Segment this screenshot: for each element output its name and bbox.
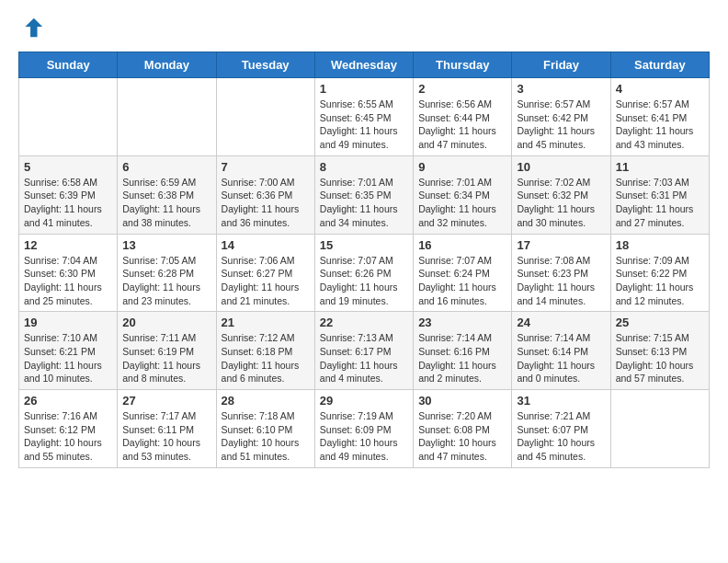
day-number: 6 (122, 160, 210, 174)
week-row-3: 12Sunrise: 7:04 AM Sunset: 6:30 PM Dayli… (19, 234, 710, 312)
weekday-header-thursday: Thursday (414, 52, 512, 78)
day-number: 5 (24, 160, 112, 174)
calendar-cell: 2Sunrise: 6:56 AM Sunset: 6:44 PM Daylig… (414, 78, 512, 156)
day-number: 26 (24, 394, 112, 408)
calendar-cell: 8Sunrise: 7:01 AM Sunset: 6:35 PM Daylig… (314, 155, 413, 234)
day-number: 20 (122, 316, 210, 329)
calendar-cell: 19Sunrise: 7:10 AM Sunset: 6:21 PM Dayli… (19, 312, 118, 390)
logo (18, 15, 46, 40)
logo-icon (18, 15, 44, 40)
calendar-cell (610, 390, 709, 468)
day-info: Sunrise: 7:13 AM Sunset: 6:17 PM Dayligh… (320, 331, 408, 385)
calendar-cell: 21Sunrise: 7:12 AM Sunset: 6:18 PM Dayli… (216, 312, 314, 390)
calendar-cell: 10Sunrise: 7:02 AM Sunset: 6:32 PM Dayli… (512, 155, 610, 234)
calendar-cell: 30Sunrise: 7:20 AM Sunset: 6:08 PM Dayli… (414, 390, 512, 468)
svg-marker-0 (25, 18, 42, 38)
day-info: Sunrise: 7:04 AM Sunset: 6:30 PM Dayligh… (24, 254, 112, 308)
day-number: 1 (320, 82, 408, 96)
day-number: 13 (122, 238, 210, 252)
header (18, 15, 710, 40)
day-number: 12 (24, 238, 112, 252)
day-number: 24 (517, 316, 605, 329)
calendar-cell: 3Sunrise: 6:57 AM Sunset: 6:42 PM Daylig… (512, 78, 610, 156)
day-number: 23 (418, 316, 506, 329)
day-info: Sunrise: 6:58 AM Sunset: 6:39 PM Dayligh… (24, 176, 112, 230)
day-number: 17 (517, 238, 605, 252)
day-info: Sunrise: 7:21 AM Sunset: 6:07 PM Dayligh… (517, 409, 605, 464)
calendar-cell: 1Sunrise: 6:55 AM Sunset: 6:45 PM Daylig… (314, 78, 413, 156)
calendar-cell: 7Sunrise: 7:00 AM Sunset: 6:36 PM Daylig… (216, 155, 314, 234)
calendar-cell: 6Sunrise: 6:59 AM Sunset: 6:38 PM Daylig… (118, 155, 216, 234)
calendar-cell: 18Sunrise: 7:09 AM Sunset: 6:22 PM Dayli… (610, 234, 709, 312)
day-info: Sunrise: 7:05 AM Sunset: 6:28 PM Dayligh… (122, 254, 210, 308)
day-info: Sunrise: 7:20 AM Sunset: 6:08 PM Dayligh… (418, 409, 506, 464)
weekday-header-sunday: Sunday (19, 52, 118, 78)
day-number: 4 (616, 82, 704, 96)
day-number: 22 (320, 316, 408, 329)
week-row-2: 5Sunrise: 6:58 AM Sunset: 6:39 PM Daylig… (19, 155, 710, 234)
day-info: Sunrise: 7:18 AM Sunset: 6:10 PM Dayligh… (222, 409, 310, 464)
calendar-cell: 27Sunrise: 7:17 AM Sunset: 6:11 PM Dayli… (118, 390, 216, 468)
day-info: Sunrise: 7:01 AM Sunset: 6:35 PM Dayligh… (320, 176, 408, 230)
day-info: Sunrise: 7:11 AM Sunset: 6:19 PM Dayligh… (122, 331, 210, 385)
calendar-cell: 29Sunrise: 7:19 AM Sunset: 6:09 PM Dayli… (314, 390, 413, 468)
calendar-cell: 12Sunrise: 7:04 AM Sunset: 6:30 PM Dayli… (19, 234, 118, 312)
day-info: Sunrise: 7:07 AM Sunset: 6:24 PM Dayligh… (418, 254, 506, 308)
weekday-header-row: SundayMondayTuesdayWednesdayThursdayFrid… (19, 52, 710, 78)
calendar-cell (19, 78, 118, 156)
calendar-cell: 13Sunrise: 7:05 AM Sunset: 6:28 PM Dayli… (118, 234, 216, 312)
day-info: Sunrise: 7:02 AM Sunset: 6:32 PM Dayligh… (517, 176, 605, 230)
calendar-cell: 25Sunrise: 7:15 AM Sunset: 6:13 PM Dayli… (610, 312, 709, 390)
week-row-1: 1Sunrise: 6:55 AM Sunset: 6:45 PM Daylig… (19, 78, 710, 156)
day-info: Sunrise: 7:15 AM Sunset: 6:13 PM Dayligh… (616, 331, 704, 385)
day-info: Sunrise: 7:17 AM Sunset: 6:11 PM Dayligh… (122, 409, 210, 464)
calendar-cell: 11Sunrise: 7:03 AM Sunset: 6:31 PM Dayli… (610, 155, 709, 234)
day-number: 8 (320, 160, 408, 174)
day-info: Sunrise: 7:00 AM Sunset: 6:36 PM Dayligh… (222, 176, 310, 230)
weekday-header-saturday: Saturday (610, 52, 709, 78)
calendar-cell: 31Sunrise: 7:21 AM Sunset: 6:07 PM Dayli… (512, 390, 610, 468)
calendar-cell: 17Sunrise: 7:08 AM Sunset: 6:23 PM Dayli… (512, 234, 610, 312)
day-number: 29 (320, 394, 408, 408)
day-info: Sunrise: 7:06 AM Sunset: 6:27 PM Dayligh… (222, 254, 310, 308)
day-number: 9 (418, 160, 506, 174)
day-info: Sunrise: 7:12 AM Sunset: 6:18 PM Dayligh… (222, 331, 310, 385)
day-number: 21 (222, 316, 310, 329)
calendar-cell: 20Sunrise: 7:11 AM Sunset: 6:19 PM Dayli… (118, 312, 216, 390)
calendar-cell: 15Sunrise: 7:07 AM Sunset: 6:26 PM Dayli… (314, 234, 413, 312)
day-number: 16 (418, 238, 506, 252)
day-number: 31 (517, 394, 605, 408)
calendar-cell: 26Sunrise: 7:16 AM Sunset: 6:12 PM Dayli… (19, 390, 118, 468)
weekday-header-tuesday: Tuesday (216, 52, 314, 78)
calendar-cell: 22Sunrise: 7:13 AM Sunset: 6:17 PM Dayli… (314, 312, 413, 390)
day-info: Sunrise: 6:56 AM Sunset: 6:44 PM Dayligh… (418, 98, 506, 152)
day-number: 25 (616, 316, 704, 329)
day-number: 7 (222, 160, 310, 174)
day-info: Sunrise: 7:09 AM Sunset: 6:22 PM Dayligh… (616, 254, 704, 308)
day-info: Sunrise: 7:16 AM Sunset: 6:12 PM Dayligh… (24, 409, 112, 464)
day-number: 3 (517, 82, 605, 96)
day-info: Sunrise: 7:03 AM Sunset: 6:31 PM Dayligh… (616, 176, 704, 230)
week-row-4: 19Sunrise: 7:10 AM Sunset: 6:21 PM Dayli… (19, 312, 710, 390)
calendar-cell (118, 78, 216, 156)
calendar-cell: 9Sunrise: 7:01 AM Sunset: 6:34 PM Daylig… (414, 155, 512, 234)
day-info: Sunrise: 7:08 AM Sunset: 6:23 PM Dayligh… (517, 254, 605, 308)
day-info: Sunrise: 7:14 AM Sunset: 6:16 PM Dayligh… (418, 331, 506, 385)
day-number: 30 (418, 394, 506, 408)
weekday-header-monday: Monday (118, 52, 216, 78)
day-number: 15 (320, 238, 408, 252)
day-info: Sunrise: 7:07 AM Sunset: 6:26 PM Dayligh… (320, 254, 408, 308)
weekday-header-friday: Friday (512, 52, 610, 78)
day-number: 11 (616, 160, 704, 174)
day-info: Sunrise: 7:01 AM Sunset: 6:34 PM Dayligh… (418, 176, 506, 230)
day-number: 19 (24, 316, 112, 329)
day-info: Sunrise: 7:19 AM Sunset: 6:09 PM Dayligh… (320, 409, 408, 464)
day-number: 27 (122, 394, 210, 408)
calendar-cell: 5Sunrise: 6:58 AM Sunset: 6:39 PM Daylig… (19, 155, 118, 234)
day-info: Sunrise: 6:59 AM Sunset: 6:38 PM Dayligh… (122, 176, 210, 230)
week-row-5: 26Sunrise: 7:16 AM Sunset: 6:12 PM Dayli… (19, 390, 710, 468)
day-info: Sunrise: 6:57 AM Sunset: 6:41 PM Dayligh… (616, 98, 704, 152)
day-info: Sunrise: 6:55 AM Sunset: 6:45 PM Dayligh… (320, 98, 408, 152)
day-number: 14 (222, 238, 310, 252)
calendar-table: SundayMondayTuesdayWednesdayThursdayFrid… (18, 52, 710, 468)
